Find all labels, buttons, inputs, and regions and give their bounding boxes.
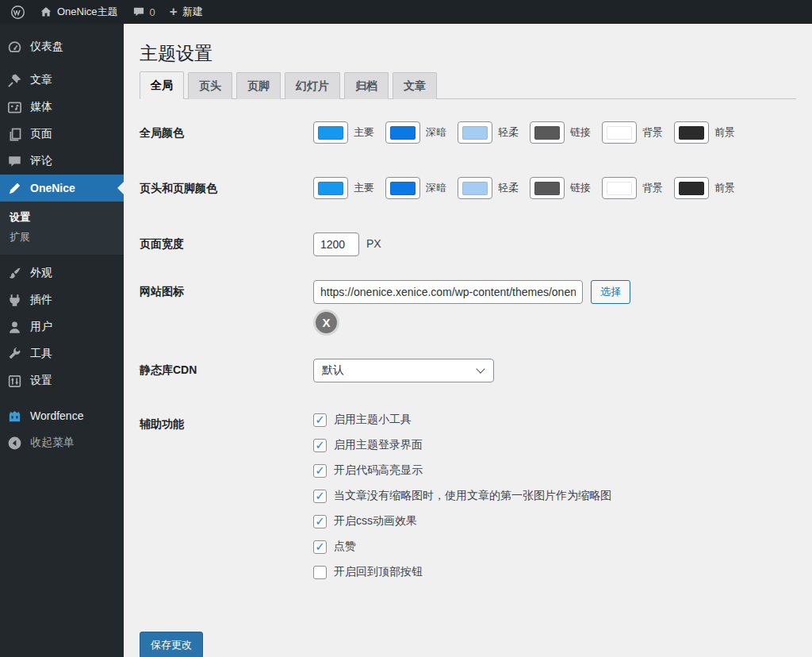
new-content-menu[interactable]: + 新建	[163, 0, 210, 24]
color-picker-box	[313, 121, 348, 144]
color-fill	[607, 126, 632, 140]
site-icon-label: 网站图标	[140, 280, 313, 299]
checkbox-theme-login[interactable]: ✓ 启用主题登录界面	[313, 438, 796, 452]
sidebar-item-label: 设置	[30, 374, 52, 388]
checkbox-label: 开启代码高亮显示	[334, 463, 423, 478]
color-swatch-soft[interactable]: 轻柔	[458, 121, 519, 144]
sidebar-item-dashboard[interactable]: 仪表盘	[0, 33, 124, 60]
sidebar-item-collapse-menu[interactable]: 收起菜单	[0, 429, 124, 456]
checkbox-box: ✓	[313, 490, 327, 503]
tab-header[interactable]: 页头	[188, 72, 232, 99]
checkbox-code-highlight[interactable]: ✓ 开启代码高亮显示	[313, 463, 796, 478]
color-swatch-dark[interactable]: 深暗	[385, 177, 446, 199]
sidebar-item-posts[interactable]: 文章	[0, 67, 124, 94]
checkbox-css-animation[interactable]: ✓ 开启css动画效果	[313, 514, 796, 528]
color-name: 前景	[714, 181, 735, 195]
cdn-selected-value: 默认	[322, 363, 344, 378]
tab-archive[interactable]: 归档	[344, 72, 389, 99]
cdn-row: 静态库CDN 默认	[140, 359, 796, 382]
cdn-select[interactable]: 默认	[313, 359, 494, 382]
wordpress-logo-menu[interactable]	[3, 0, 33, 24]
site-name-label: OneNice主题	[57, 5, 118, 19]
checkbox-label: 当文章没有缩略图时，使用文章的第一张图片作为缩略图	[334, 489, 611, 503]
save-changes-button[interactable]: 保存更改	[140, 632, 203, 657]
sidebar-item-media[interactable]: 媒体	[0, 94, 124, 121]
sliders-icon	[7, 374, 22, 389]
sidebar-item-pages[interactable]: 页面	[0, 121, 124, 148]
tab-posts[interactable]: 文章	[393, 72, 437, 99]
color-swatch-primary[interactable]: 主要	[313, 121, 374, 144]
color-picker-box	[385, 121, 420, 144]
color-swatch-link[interactable]: 链接	[530, 121, 591, 144]
color-picker-box	[313, 177, 348, 199]
color-picker-box	[458, 177, 492, 199]
theme-settings-form: 全局颜色 主要 深暗 轻柔 链接	[140, 121, 796, 657]
tab-global[interactable]: 全局	[140, 71, 184, 99]
menu-separator	[0, 60, 124, 67]
pushpin-icon	[7, 73, 22, 88]
global-colors-swatches: 主要 深暗 轻柔 链接 背景	[313, 121, 796, 144]
submenu-item-label: 扩展	[10, 231, 30, 243]
color-swatch-soft[interactable]: 轻柔	[458, 177, 519, 199]
color-name: 背景	[642, 125, 663, 140]
checkbox-likes[interactable]: ✓ 点赞	[313, 540, 796, 554]
cdn-label: 静态库CDN	[140, 359, 313, 378]
color-swatch-foreground[interactable]: 前景	[674, 177, 735, 199]
site-icon-url-input[interactable]	[313, 280, 583, 304]
color-swatch-background[interactable]: 背景	[602, 177, 663, 199]
checkbox-first-image-thumbnail[interactable]: ✓ 当文章没有缩略图时，使用文章的第一张图片作为缩略图	[313, 489, 796, 503]
settings-tab-bar: 全局 页头 页脚 幻灯片 归档 文章	[140, 71, 796, 99]
sidebar-item-tools[interactable]: 工具	[0, 340, 124, 367]
color-swatch-foreground[interactable]: 前景	[674, 121, 735, 144]
page-width-input[interactable]	[313, 232, 359, 256]
color-swatch-primary[interactable]: 主要	[313, 177, 374, 199]
sidebar-item-wordfence[interactable]: Wordfence	[0, 402, 124, 429]
color-fill	[462, 182, 488, 195]
sidebar-item-label: 页面	[30, 127, 52, 141]
page-width-unit: PX	[366, 232, 381, 250]
checkmark-icon: ✓	[315, 540, 325, 552]
comments-link[interactable]: 0	[125, 0, 163, 24]
site-name-link[interactable]: OneNice主题	[33, 0, 125, 24]
site-icon-preview[interactable]: X	[316, 312, 337, 333]
choose-image-button[interactable]: 选择	[591, 280, 630, 304]
submenu-item-settings[interactable]: 设置	[0, 207, 124, 227]
sidebar-item-appearance[interactable]: 外观	[0, 259, 124, 286]
color-name: 轻柔	[498, 125, 519, 140]
sidebar-item-comments[interactable]: 评论	[0, 148, 124, 175]
color-name: 背景	[642, 181, 663, 195]
sidebar-item-label: 文章	[30, 73, 52, 87]
comments-count: 0	[150, 6, 155, 18]
header-footer-colors-row: 页头和页脚颜色 主要 深暗 轻柔 链接	[140, 177, 796, 199]
plug-icon	[7, 293, 22, 308]
sidebar-item-settings[interactable]: 设置	[0, 367, 124, 394]
checkbox-back-to-top[interactable]: ✓ 开启回到顶部按钮	[313, 565, 796, 579]
color-fill	[679, 126, 704, 140]
sidebar-item-label: 评论	[30, 154, 52, 168]
tab-slideshow[interactable]: 幻灯片	[285, 72, 340, 99]
sidebar-item-onenice[interactable]: OneNice	[0, 175, 124, 202]
color-picker-box	[674, 121, 709, 144]
color-name: 轻柔	[498, 181, 519, 195]
aux-features-label: 辅助功能	[140, 413, 313, 432]
sidebar-item-label: 工具	[30, 347, 52, 361]
submenu-item-extensions[interactable]: 扩展	[0, 227, 124, 247]
color-swatch-link[interactable]: 链接	[530, 177, 591, 199]
color-name: 链接	[570, 181, 591, 195]
menu-separator	[0, 394, 124, 402]
color-fill	[462, 126, 488, 140]
checkmark-icon: ✓	[315, 464, 325, 476]
color-swatch-background[interactable]: 背景	[602, 121, 663, 144]
sidebar-item-users[interactable]: 用户	[0, 313, 124, 340]
color-swatch-dark[interactable]: 深暗	[385, 121, 446, 144]
tab-footer[interactable]: 页脚	[236, 72, 281, 99]
color-name: 深暗	[426, 125, 446, 140]
checkbox-label: 开启回到顶部按钮	[334, 565, 423, 579]
color-picker-box	[602, 177, 637, 199]
color-picker-box	[602, 121, 637, 144]
collapse-arrow-icon	[7, 436, 22, 451]
user-icon	[7, 320, 22, 335]
sidebar-item-label: 外观	[30, 266, 52, 280]
checkbox-theme-widgets[interactable]: ✓ 启用主题小工具	[313, 413, 796, 427]
sidebar-item-plugins[interactable]: 插件	[0, 286, 124, 313]
